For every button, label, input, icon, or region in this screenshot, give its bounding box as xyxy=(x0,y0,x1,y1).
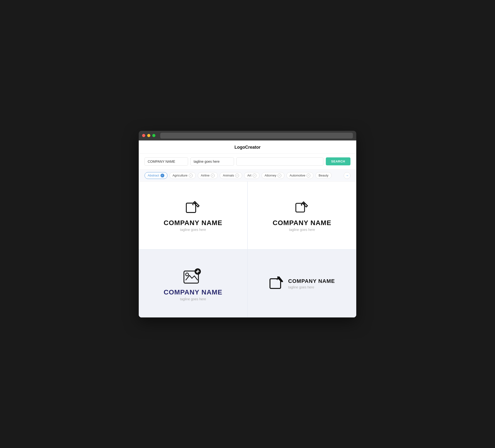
logo-company-name-3: COMPANY NAME xyxy=(164,288,222,296)
check-icon-animals xyxy=(235,174,239,178)
svg-rect-6 xyxy=(296,203,304,212)
filter-chip-agriculture[interactable]: Agriculture xyxy=(169,172,196,179)
browser-titlebar xyxy=(139,131,356,140)
check-icon-abstract xyxy=(161,174,164,178)
logo-card-2[interactable]: COMPANY NAME tagline goes here xyxy=(248,182,356,249)
filter-next-button[interactable]: → xyxy=(344,172,350,179)
check-icon-airline xyxy=(211,174,215,178)
logo-icon-2 xyxy=(292,199,312,216)
filter-chip-abstract[interactable]: Abstract xyxy=(145,172,167,179)
check-icon-automotive xyxy=(306,174,310,178)
logo-tagline-2: tagline goes here xyxy=(289,228,315,232)
maximize-button[interactable] xyxy=(152,134,155,137)
svg-line-10 xyxy=(306,206,307,207)
filter-chip-animals[interactable]: Animals xyxy=(220,172,242,179)
filter-label-automotive: Automotive xyxy=(289,174,305,177)
logo-icon-4 xyxy=(269,276,285,291)
browser-window: LogoCreator SEARCH Abstract Agriculture … xyxy=(139,131,356,317)
logo-company-name-2: COMPANY NAME xyxy=(273,219,331,227)
search-bar: SEARCH xyxy=(139,154,356,169)
company-name-input[interactable] xyxy=(145,157,188,166)
logo-grid: COMPANY NAME tagline goes here COMPANY N… xyxy=(139,182,356,317)
svg-rect-18 xyxy=(270,279,281,288)
logo-inline-row-4: COMPANY NAME tagline goes here xyxy=(269,276,335,291)
close-button[interactable] xyxy=(142,134,145,137)
filter-label-attorney: Attorney xyxy=(265,174,276,177)
app-title: LogoCreator xyxy=(234,145,261,150)
filter-chip-beauty[interactable]: Beauty xyxy=(316,172,331,179)
address-bar xyxy=(160,133,353,139)
check-icon-art xyxy=(253,174,256,178)
logo-company-name-1: COMPANY NAME xyxy=(164,219,222,227)
app-header: LogoCreator xyxy=(139,140,356,154)
logo-tagline-1: tagline goes here xyxy=(180,228,206,232)
domain-input[interactable] xyxy=(236,157,323,166)
svg-line-4 xyxy=(198,206,199,207)
filter-label-abstract: Abstract xyxy=(148,174,159,177)
logo-tagline-4: tagline goes here xyxy=(288,285,335,289)
browser-content: LogoCreator SEARCH Abstract Agriculture … xyxy=(139,140,356,317)
logo-tagline-3: tagline goes here xyxy=(180,297,206,301)
filter-chip-attorney[interactable]: Attorney xyxy=(261,172,285,179)
filter-chip-automotive[interactable]: Automotive xyxy=(286,172,314,179)
filter-label-animals: Animals xyxy=(223,174,234,177)
check-icon-attorney xyxy=(277,174,281,178)
search-button[interactable]: SEARCH xyxy=(326,157,350,165)
minimize-button[interactable] xyxy=(147,134,150,137)
svg-rect-0 xyxy=(186,203,196,212)
check-icon-agriculture xyxy=(189,174,193,178)
filter-label-beauty: Beauty xyxy=(318,174,328,177)
logo-card-3[interactable]: COMPANY NAME tagline goes here xyxy=(139,250,247,317)
logo-icon-3 xyxy=(182,266,204,286)
filter-label-agriculture: Agriculture xyxy=(173,174,188,177)
logo-card-1[interactable]: COMPANY NAME tagline goes here xyxy=(139,182,247,249)
logo-company-name-4: COMPANY NAME xyxy=(288,278,335,284)
logo-card-4[interactable]: COMPANY NAME tagline goes here xyxy=(248,250,356,317)
filter-label-airline: Airline xyxy=(201,174,209,177)
filter-chip-airline[interactable]: Airline xyxy=(198,172,218,179)
logo-icon-1 xyxy=(183,199,203,216)
filter-bar: Abstract Agriculture Airline Animals Art… xyxy=(139,169,356,182)
filter-label-art: Art xyxy=(247,174,251,177)
tagline-input[interactable] xyxy=(191,157,234,166)
svg-point-13 xyxy=(186,273,189,276)
filter-chip-art[interactable]: Art xyxy=(244,172,260,179)
logo-text-4: COMPANY NAME tagline goes here xyxy=(288,278,335,289)
